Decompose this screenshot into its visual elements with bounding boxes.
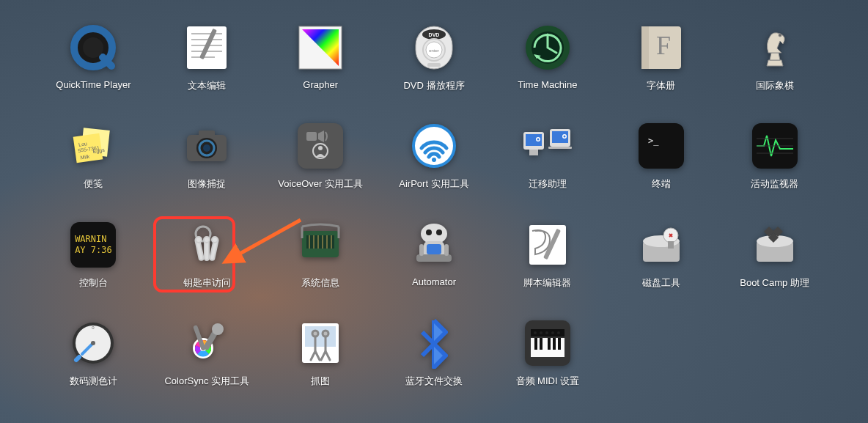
app-quicktime[interactable]: QuickTime Player — [45, 22, 141, 90]
svg-point-110 — [551, 331, 554, 334]
bluetooth-icon — [408, 317, 460, 369]
launchpad-grid: QuickTime Player文本编辑GrapherDVDenterDVD 播… — [0, 0, 868, 423]
svg-rect-117 — [558, 338, 561, 350]
svg-text:>_: >_ — [648, 136, 659, 146]
svg-point-104 — [312, 331, 318, 336]
app-label: 数码测色计 — [70, 375, 117, 388]
migration-icon — [522, 120, 573, 172]
imagecapture-icon — [181, 120, 232, 172]
app-label: 终端 — [652, 177, 671, 191]
svg-point-2 — [83, 37, 103, 58]
svg-text:F: F — [656, 31, 671, 60]
app-label: 抓图 — [311, 375, 330, 388]
svg-rect-76 — [427, 244, 441, 254]
app-colorsync[interactable]: ColorSync 实用工具 — [159, 317, 254, 388]
app-chess[interactable]: 国际象棋 — [727, 22, 823, 92]
svg-text:DVD: DVD — [429, 32, 440, 37]
textedit-icon — [181, 22, 232, 73]
svg-point-111 — [557, 331, 560, 334]
grapher-icon — [295, 22, 346, 73]
app-label: 控制台 — [79, 276, 108, 290]
app-voiceover[interactable]: VoiceOver 实用工具 — [273, 120, 368, 191]
svg-point-34 — [203, 144, 210, 152]
app-fontbook[interactable]: F字体册 — [614, 22, 709, 92]
app-airport[interactable]: AirPort 实用工具 — [386, 120, 482, 191]
app-scripteditor[interactable]: 脚本编辑器 — [500, 219, 595, 290]
timemachine-icon — [522, 22, 573, 73]
keychain-icon — [181, 219, 232, 271]
svg-point-60 — [204, 237, 210, 243]
app-stickies[interactable]: Lou555-7361EggsMilk便笺 — [45, 120, 141, 191]
svg-point-59 — [196, 237, 202, 243]
app-terminal[interactable]: >_终端 — [614, 120, 709, 191]
app-activity[interactable]: 活动监视器 — [727, 120, 823, 191]
app-grapher[interactable]: Grapher — [273, 22, 368, 90]
app-label: 便笺 — [84, 177, 103, 191]
svg-point-61 — [212, 237, 218, 243]
svg-rect-79 — [444, 244, 449, 256]
sysinfo-icon — [295, 219, 346, 271]
app-textedit[interactable]: 文本编辑 — [159, 22, 254, 92]
app-label: 迁移助理 — [529, 177, 567, 191]
app-label: Time Machine — [518, 79, 577, 90]
svg-rect-17 — [427, 63, 441, 67]
svg-rect-35 — [306, 132, 317, 141]
svg-rect-78 — [419, 244, 424, 256]
diskutil-icon — [636, 219, 687, 271]
automator-icon — [408, 219, 460, 271]
app-label: ColorSync 实用工具 — [164, 375, 249, 388]
activity-icon — [749, 120, 801, 172]
svg-rect-63 — [306, 235, 334, 249]
app-label: 活动监视器 — [751, 177, 798, 191]
app-label: 蓝牙文件交换 — [405, 375, 463, 388]
svg-point-74 — [436, 229, 442, 235]
app-keychain[interactable]: 钥匙串访问 — [159, 219, 254, 290]
app-dvdplayer[interactable]: DVDenterDVD 播放程序 — [386, 22, 482, 92]
quicktime-icon — [67, 22, 119, 73]
terminal-icon: >_ — [636, 120, 687, 172]
app-label: Grapher — [303, 79, 338, 90]
scripteditor-icon — [522, 219, 573, 271]
app-label: 音频 MIDI 设置 — [516, 375, 580, 388]
app-label: Boot Camp 助理 — [740, 276, 809, 290]
app-label: 图像捕捉 — [188, 177, 226, 191]
app-bluetooth[interactable]: 蓝牙文件交换 — [386, 317, 482, 388]
app-label: 国际象棋 — [756, 79, 794, 92]
app-label: QuickTime Player — [56, 79, 130, 90]
svg-point-23 — [779, 34, 781, 37]
app-sysinfo[interactable]: 系统信息 — [273, 219, 368, 290]
app-bootcamp[interactable]: Boot Camp 助理 — [727, 219, 823, 290]
voiceover-icon — [295, 120, 346, 172]
app-console[interactable]: WARNINAY 7:36控制台 — [45, 219, 141, 290]
svg-point-40 — [432, 158, 436, 162]
app-migration[interactable]: 迁移助理 — [500, 120, 595, 191]
app-diskutil[interactable]: 磁盘工具 — [614, 219, 709, 290]
app-label: 磁盘工具 — [642, 276, 680, 290]
app-label: 文本编辑 — [188, 79, 226, 92]
svg-rect-31 — [199, 130, 215, 138]
svg-text:enter: enter — [429, 48, 439, 53]
bootcamp-icon — [749, 219, 801, 271]
svg-point-50 — [563, 136, 565, 138]
chess-icon — [749, 22, 801, 73]
svg-rect-103 — [305, 326, 336, 347]
svg-point-45 — [537, 139, 539, 141]
svg-point-108 — [540, 331, 542, 334]
app-audiomidi[interactable]: 音频 MIDI 设置 — [500, 317, 595, 388]
svg-point-107 — [534, 331, 537, 334]
audiomidi-icon — [522, 317, 573, 369]
colorsync-icon — [181, 317, 232, 369]
svg-point-72 — [421, 224, 447, 244]
app-label: 钥匙串访问 — [183, 276, 231, 290]
app-automator[interactable]: Automator — [386, 219, 482, 287]
app-label: VoiceOver 实用工具 — [278, 177, 363, 191]
app-colormeter[interactable]: 0数码测色计 — [45, 317, 141, 388]
svg-point-105 — [323, 331, 328, 336]
svg-rect-21 — [641, 26, 649, 69]
svg-point-109 — [545, 331, 548, 334]
app-timemachine[interactable]: Time Machine — [500, 22, 595, 90]
fontbook-icon: F — [636, 22, 687, 73]
app-imagecapture[interactable]: 图像捕捉 — [159, 120, 254, 191]
app-grab[interactable]: 抓图 — [273, 317, 368, 388]
colormeter-icon: 0 — [67, 317, 119, 369]
